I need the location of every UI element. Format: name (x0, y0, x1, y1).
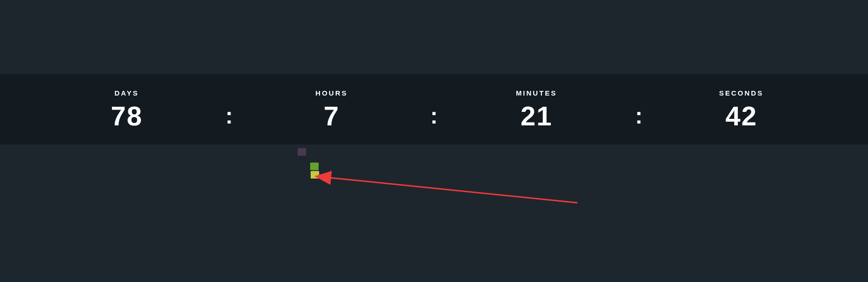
hours-value: 7 (324, 103, 340, 130)
separator: : (635, 92, 643, 127)
countdown-seconds: SECONDS 42 (643, 89, 840, 130)
minutes-value: 21 (521, 103, 553, 130)
countdown-bar: DAYS 78 : HOURS 7 : MINUTES 21 : SECONDS… (0, 74, 868, 144)
heart-icon (311, 171, 319, 179)
days-value: 78 (111, 103, 143, 130)
days-label: DAYS (114, 89, 139, 97)
heart-icon (310, 163, 319, 170)
hours-label: HOURS (315, 89, 347, 97)
minutes-label: MINUTES (516, 89, 557, 97)
separator: : (225, 92, 233, 127)
separator: : (431, 92, 438, 127)
heart-icon (298, 148, 306, 156)
svg-line-1 (328, 178, 577, 203)
countdown-days: DAYS 78 (28, 89, 225, 130)
countdown-hours: HOURS 7 (233, 89, 430, 130)
countdown-minutes: MINUTES 21 (438, 89, 635, 130)
seconds-label: SECONDS (719, 89, 764, 97)
seconds-value: 42 (725, 103, 757, 130)
